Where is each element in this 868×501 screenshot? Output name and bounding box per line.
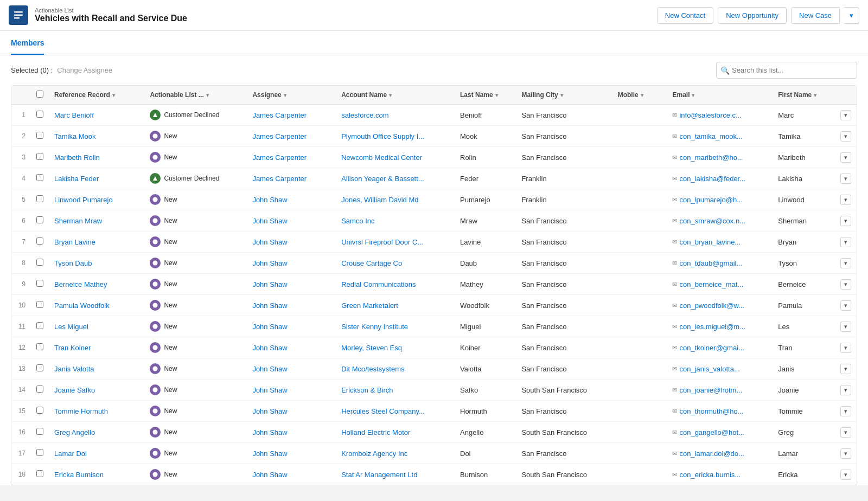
- email-link[interactable]: con_maribeth@ho...: [679, 153, 743, 162]
- assignee-link[interactable]: John Shaw: [252, 471, 287, 479]
- reference-record-link[interactable]: Ericka Burnison: [54, 471, 104, 479]
- email-link[interactable]: con_pwoodfolk@w...: [679, 301, 744, 310]
- row-action-dropdown[interactable]: ▾: [840, 448, 851, 459]
- assignee-link[interactable]: John Shaw: [252, 365, 287, 373]
- row-checkbox-cell[interactable]: [31, 380, 49, 401]
- col-mailing-city[interactable]: Mailing City▾: [516, 86, 612, 105]
- row-checkbox-cell[interactable]: [31, 358, 49, 380]
- assignee-link[interactable]: John Shaw: [252, 386, 287, 394]
- reference-record-link[interactable]: Tommie Hormuth: [54, 407, 108, 415]
- row-checkbox[interactable]: [36, 343, 43, 350]
- new-case-button[interactable]: New Case: [791, 7, 840, 24]
- reference-record-link[interactable]: Berneice Mathey: [54, 280, 107, 288]
- row-checkbox[interactable]: [36, 132, 43, 139]
- col-account-name[interactable]: Account Name▾: [336, 86, 455, 105]
- row-action-cell[interactable]: ▾: [835, 443, 857, 464]
- account-link[interactable]: Redial Communications: [341, 280, 416, 288]
- row-checkbox-cell[interactable]: [31, 464, 49, 485]
- row-checkbox[interactable]: [36, 153, 43, 160]
- reference-record-link[interactable]: Pamula Woodfolk: [54, 301, 110, 310]
- row-action-cell[interactable]: ▾: [835, 210, 857, 232]
- row-action-cell[interactable]: ▾: [835, 232, 857, 253]
- row-checkbox-cell[interactable]: [31, 210, 49, 232]
- reference-record-link[interactable]: Greg Angello: [54, 428, 95, 436]
- assignee-link[interactable]: John Shaw: [252, 344, 287, 352]
- row-action-cell[interactable]: ▾: [835, 168, 857, 189]
- assignee-link[interactable]: John Shaw: [252, 449, 287, 458]
- row-action-dropdown[interactable]: ▾: [840, 195, 851, 205]
- col-last-name[interactable]: Last Name▾: [455, 86, 516, 105]
- email-link[interactable]: con_tdaub@gmail...: [679, 259, 742, 267]
- email-link[interactable]: con_bryan_lavine...: [679, 238, 741, 246]
- row-checkbox-cell[interactable]: [31, 105, 49, 126]
- row-checkbox-cell[interactable]: [31, 168, 49, 189]
- row-action-dropdown[interactable]: ▾: [840, 427, 851, 438]
- email-link[interactable]: con_tkoiner@gmai...: [679, 344, 744, 352]
- row-checkbox-cell[interactable]: [31, 189, 49, 210]
- row-action-cell[interactable]: ▾: [835, 189, 857, 210]
- row-checkbox[interactable]: [36, 470, 43, 477]
- row-action-dropdown[interactable]: ▾: [840, 406, 851, 416]
- col-reference-record[interactable]: Reference Record▾: [49, 86, 144, 105]
- row-action-dropdown[interactable]: ▾: [840, 343, 851, 353]
- reference-record-link[interactable]: Bryan Lavine: [54, 238, 95, 246]
- row-action-cell[interactable]: ▾: [835, 464, 857, 485]
- assignee-link[interactable]: John Shaw: [252, 323, 287, 331]
- row-action-cell[interactable]: ▾: [835, 274, 857, 295]
- row-checkbox[interactable]: [36, 174, 43, 181]
- search-input[interactable]: [716, 62, 857, 79]
- assignee-link[interactable]: John Shaw: [252, 428, 287, 436]
- row-action-dropdown[interactable]: ▾: [840, 470, 851, 480]
- col-assignee[interactable]: Assignee▾: [247, 86, 336, 105]
- row-checkbox[interactable]: [36, 322, 43, 329]
- row-checkbox-cell[interactable]: [31, 232, 49, 253]
- row-action-dropdown[interactable]: ▾: [840, 279, 851, 290]
- row-action-dropdown[interactable]: ▾: [840, 237, 851, 247]
- account-link[interactable]: Sister Kenny Institute: [341, 323, 408, 331]
- account-link[interactable]: Newcomb Medical Center: [341, 153, 422, 162]
- row-checkbox-cell[interactable]: [31, 443, 49, 464]
- assignee-link[interactable]: John Shaw: [252, 196, 287, 204]
- row-action-dropdown[interactable]: ▾: [840, 322, 851, 332]
- row-checkbox-cell[interactable]: [31, 253, 49, 274]
- row-action-cell[interactable]: ▾: [835, 126, 857, 147]
- row-checkbox-cell[interactable]: [31, 147, 49, 168]
- row-checkbox-cell[interactable]: [31, 274, 49, 295]
- account-link[interactable]: salesforce.com: [341, 111, 388, 119]
- tab-members[interactable]: Members: [11, 31, 44, 55]
- account-link[interactable]: Samco Inc: [341, 217, 374, 225]
- assignee-link[interactable]: James Carpenter: [252, 111, 307, 119]
- reference-record-link[interactable]: Sherman Mraw: [54, 217, 102, 225]
- row-checkbox[interactable]: [36, 449, 43, 456]
- select-all-checkbox[interactable]: [36, 91, 43, 98]
- row-action-cell[interactable]: ▾: [835, 401, 857, 422]
- row-checkbox[interactable]: [36, 195, 43, 202]
- row-checkbox[interactable]: [36, 407, 43, 414]
- account-link[interactable]: Green Marketalert: [341, 301, 398, 310]
- assignee-link[interactable]: John Shaw: [252, 301, 287, 310]
- row-action-cell[interactable]: ▾: [835, 337, 857, 358]
- new-case-dropdown-button[interactable]: ▾: [844, 7, 859, 24]
- row-action-dropdown[interactable]: ▾: [840, 258, 851, 268]
- reference-record-link[interactable]: Lamar Doi: [54, 449, 87, 458]
- new-opportunity-button[interactable]: New Opportunity: [718, 7, 787, 24]
- account-link[interactable]: Erickson & Birch: [341, 386, 393, 394]
- email-link[interactable]: con_lpumarejo@h...: [679, 196, 743, 204]
- reference-record-link[interactable]: Tamika Mook: [54, 132, 96, 140]
- row-checkbox-cell[interactable]: [31, 295, 49, 316]
- col-first-name[interactable]: First Name▾: [773, 86, 835, 105]
- reference-record-link[interactable]: Linwood Pumarejo: [54, 196, 113, 204]
- row-checkbox[interactable]: [36, 301, 43, 308]
- reference-record-link[interactable]: Tyson Daub: [54, 259, 92, 267]
- account-link[interactable]: Plymouth Office Supply I...: [341, 132, 424, 140]
- reference-record-link[interactable]: Joanie Safko: [54, 386, 95, 394]
- new-contact-button[interactable]: New Contact: [657, 7, 713, 24]
- email-link[interactable]: info@salesforce.c...: [679, 111, 741, 119]
- assignee-link[interactable]: John Shaw: [252, 280, 287, 288]
- account-link[interactable]: Jones, William David Md: [341, 196, 418, 204]
- row-checkbox-cell[interactable]: [31, 422, 49, 443]
- row-action-dropdown[interactable]: ▾: [840, 364, 851, 374]
- row-checkbox[interactable]: [36, 386, 43, 393]
- row-action-dropdown[interactable]: ▾: [840, 216, 851, 226]
- reference-record-link[interactable]: Les Miguel: [54, 323, 88, 331]
